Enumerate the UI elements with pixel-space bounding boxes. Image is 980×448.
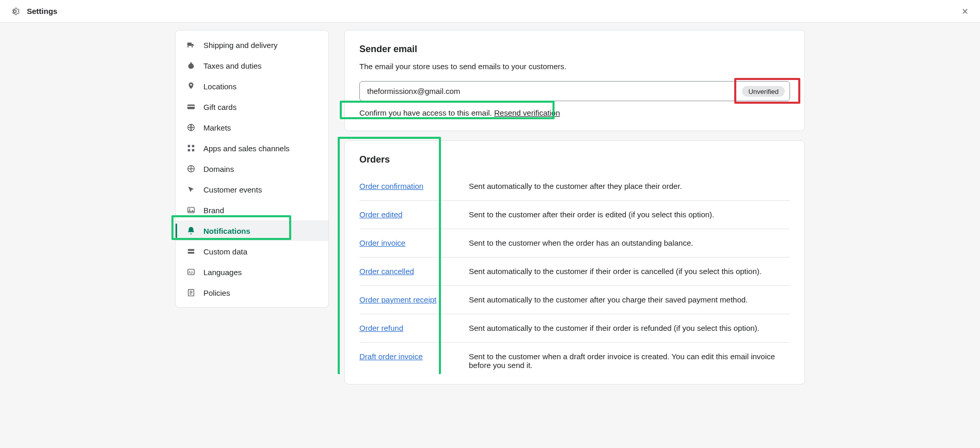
language-icon: Aあ [186,267,196,277]
order-description: Sent automatically to the customer if th… [469,267,762,276]
order-description: Sent automatically to the customer if th… [469,324,760,333]
order-refund-link[interactable]: Order refund [359,324,403,332]
giftcard-icon [186,102,196,112]
sidebar-item-label: Notifications [203,227,250,235]
order-row: Order payment receipt Sent automatically… [359,285,790,314]
sidebar-item-customer-events[interactable]: Customer events [176,179,328,200]
sidebar-item-brand[interactable]: Brand [176,200,328,220]
sidebar-item-label: Languages [203,268,242,277]
sidebar-item-locations[interactable]: Locations [176,76,328,97]
sidebar-item-policies[interactable]: Policies [176,282,328,303]
sidebar-item-giftcards[interactable]: Gift cards [176,97,328,117]
order-description: Sent to the customer after their order i… [469,210,714,219]
sidebar-item-label: Locations [203,82,236,91]
confirm-text: Confirm you have access to this email. [359,108,494,117]
svg-rect-11 [188,252,195,254]
orders-card: Orders Order confirmation Sent automatic… [344,140,805,385]
gear-icon [10,7,20,16]
order-row: Order cancelled Sent automatically to th… [359,257,790,285]
orders-heading: Orders [359,154,790,165]
svg-rect-10 [188,249,195,251]
sidebar-item-label: Policies [203,289,230,297]
data-icon [186,246,196,257]
moneybag-icon [186,60,196,71]
order-row: Order refund Sent automatically to the c… [359,314,790,342]
sidebar-item-label: Domains [203,165,234,173]
sidebar-item-domains[interactable]: Domains [176,158,328,179]
svg-rect-4 [192,145,195,148]
topbar: Settings [0,0,980,23]
order-description: Sent automatically to the customer after… [469,295,748,305]
sidebar-item-label: Apps and sales channels [203,144,290,153]
sidebar-item-taxes[interactable]: Taxes and duties [176,55,328,76]
order-row: Order confirmation Sent automatically to… [359,172,790,200]
sidebar-item-label: Shipping and delivery [203,41,277,50]
close-icon[interactable] [960,7,970,16]
globe-icon [186,122,196,133]
svg-rect-5 [188,149,191,152]
sender-email-heading: Sender email [359,44,790,55]
confirm-email-row: Confirm you have access to this email. R… [359,108,790,117]
order-description: Sent to the customer when the order has … [469,238,693,248]
sidebar-item-label: Brand [203,206,224,215]
sidebar-item-label: Markets [203,123,231,132]
bell-icon [186,226,196,236]
order-cancelled-link[interactable]: Order cancelled [359,267,414,276]
cursor-icon [186,184,196,195]
sidebar-item-markets[interactable]: Markets [176,117,328,138]
sender-email-input[interactable] [359,81,790,101]
svg-rect-1 [187,106,195,107]
order-edited-link[interactable]: Order edited [359,210,402,219]
sidebar-item-label: Customer events [203,185,262,194]
pin-icon [186,81,196,91]
resend-verification-link[interactable]: Resend verification [494,108,560,117]
order-confirmation-link[interactable]: Order confirmation [359,182,423,190]
sidebar-item-shipping[interactable]: Shipping and delivery [176,35,328,55]
sidebar-item-languages[interactable]: Aあ Languages [176,262,328,282]
image-icon [186,205,196,215]
domain-icon [186,164,196,174]
order-payment-receipt-link[interactable]: Order payment receipt [359,295,436,304]
sidebar-item-label: Custom data [203,247,247,256]
sender-email-description: The email your store uses to send emails… [359,62,790,71]
policies-icon [186,287,196,298]
svg-rect-3 [188,145,191,148]
order-description: Sent automatically to the customer after… [469,182,682,191]
settings-sidebar: Shipping and delivery Taxes and duties L… [175,30,329,308]
sidebar-item-label: Taxes and duties [203,61,262,70]
svg-point-9 [189,209,190,210]
sidebar-item-notifications[interactable]: Notifications [176,220,328,241]
svg-text:Aあ: Aあ [188,270,194,275]
order-invoice-link[interactable]: Order invoice [359,238,405,247]
sidebar-item-apps[interactable]: Apps and sales channels [176,138,328,158]
order-row: Order edited Sent to the customer after … [359,200,790,229]
sender-email-card: Sender email The email your store uses t… [344,30,805,131]
svg-rect-8 [188,207,195,213]
draft-order-invoice-link[interactable]: Draft order invoice [359,352,423,361]
page-title: Settings [27,7,57,15]
svg-rect-6 [192,149,195,152]
apps-icon [186,143,196,153]
sidebar-item-label: Gift cards [203,103,236,111]
sidebar-item-custom-data[interactable]: Custom data [176,241,328,262]
order-row: Draft order invoice Sent to the customer… [359,342,790,379]
orders-list: Order confirmation Sent automatically to… [359,172,790,379]
unverified-badge: Unverified [742,86,785,97]
order-description: Sent to the customer when a draft order … [469,352,790,370]
truck-icon [186,40,196,50]
order-row: Order invoice Sent to the customer when … [359,229,790,257]
